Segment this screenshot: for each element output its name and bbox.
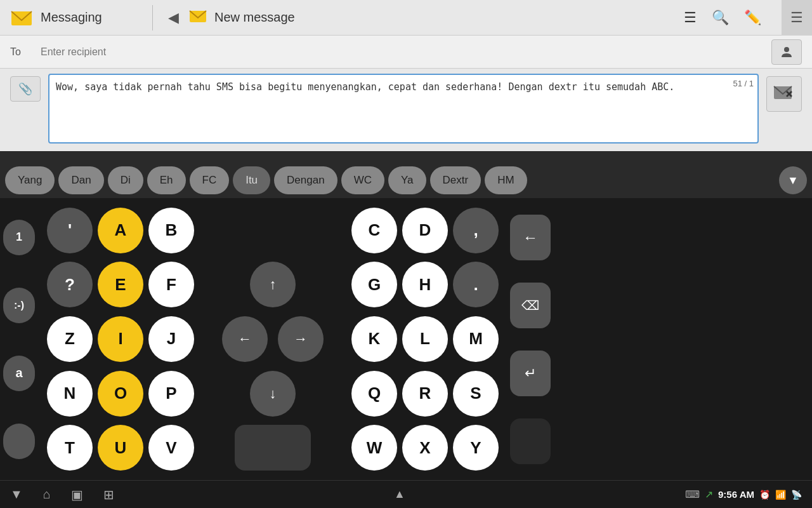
message-row: 📎 51 / 1: [0, 69, 812, 151]
overflow-menu-icon[interactable]: ☰: [684, 10, 697, 26]
key-F[interactable]: F: [148, 262, 194, 307]
right-keys: C D , G H . K L M Q R S: [343, 198, 508, 480]
suggestion-itu[interactable]: Itu: [233, 166, 270, 194]
person-icon: [779, 44, 794, 60]
suggestion-hm[interactable]: HM: [485, 166, 527, 194]
signal-icon: 📡: [791, 490, 802, 500]
recipient-input[interactable]: [36, 44, 771, 60]
key-T[interactable]: T: [47, 425, 93, 471]
key-row-2: ? E F: [41, 262, 200, 307]
up-arrow-center-icon[interactable]: ▲: [394, 488, 405, 501]
key-V[interactable]: V: [148, 425, 194, 471]
right-row-3: K L M: [345, 316, 505, 362]
suggestion-dengan[interactable]: Dengan: [274, 166, 337, 194]
key-row-3: Z I J: [41, 316, 200, 362]
key-M[interactable]: M: [453, 316, 499, 362]
key-comma[interactable]: ,: [453, 208, 499, 253]
left-side-keys: 1 :-) a: [0, 198, 38, 480]
key-smiley[interactable]: :-): [3, 288, 35, 323]
key-blank-left[interactable]: [3, 424, 35, 459]
key-U[interactable]: U: [98, 425, 143, 471]
key-enter[interactable]: ↵: [510, 351, 551, 396]
key-period[interactable]: .: [453, 262, 499, 307]
key-P[interactable]: P: [148, 371, 194, 417]
top-overflow-icon[interactable]: ☰: [790, 10, 803, 26]
key-L[interactable]: L: [402, 316, 448, 362]
key-space[interactable]: [235, 425, 311, 471]
key-Z[interactable]: Z: [47, 316, 93, 362]
suggestion-wc[interactable]: WC: [341, 166, 384, 194]
attach-button[interactable]: 📎: [10, 76, 41, 102]
collapse-suggestions-button[interactable]: ▼: [779, 166, 807, 194]
key-question[interactable]: ?: [47, 262, 93, 307]
key-J[interactable]: J: [148, 316, 194, 362]
contact-picker-button[interactable]: [771, 39, 802, 65]
key-apostrophe[interactable]: ': [47, 208, 93, 253]
top-action-icons: ☰ 🔍 ✏️: [684, 10, 771, 26]
key-1[interactable]: 1: [3, 220, 35, 255]
key-Y[interactable]: Y: [453, 425, 499, 471]
right-row-4: Q R S: [345, 371, 505, 417]
key-left[interactable]: ←: [222, 316, 268, 362]
keyboard: Yang Dan Di Eh FC Itu Dengan WC Ya Dextr…: [0, 163, 812, 480]
char-count: 51 / 1: [733, 79, 754, 88]
suggestion-dextr[interactable]: Dextr: [430, 166, 481, 194]
message-input[interactable]: [48, 74, 759, 144]
new-message-title: New message: [214, 10, 679, 25]
compose-area: To 📎 51 / 1: [0, 36, 812, 151]
svg-point-2: [784, 47, 789, 52]
key-a-switch[interactable]: a: [3, 356, 35, 391]
key-E[interactable]: E: [98, 262, 143, 307]
menu-icon[interactable]: ⊞: [103, 487, 114, 502]
to-row: To: [0, 36, 812, 69]
send-button[interactable]: [766, 76, 802, 112]
back-button[interactable]: ◀: [163, 7, 184, 29]
key-down[interactable]: ↓: [250, 371, 296, 417]
suggestion-ya[interactable]: Ya: [388, 166, 426, 194]
hide-keyboard-icon[interactable]: ▼: [10, 487, 23, 502]
key-K[interactable]: K: [351, 316, 397, 362]
suggestion-yang[interactable]: Yang: [5, 166, 55, 194]
key-S[interactable]: S: [453, 371, 499, 417]
search-icon[interactable]: 🔍: [712, 10, 729, 26]
key-N[interactable]: N: [47, 371, 93, 417]
key-H[interactable]: H: [402, 262, 448, 307]
suggestion-dan[interactable]: Dan: [58, 166, 103, 194]
wifi-arrow-icon: ↗: [705, 488, 713, 500]
center-left-keys: ' A B ? E F Z I J N O P: [38, 198, 203, 480]
suggestion-fc[interactable]: FC: [190, 166, 230, 194]
key-right[interactable]: →: [278, 316, 324, 362]
suggestions-row: Yang Dan Di Eh FC Itu Dengan WC Ya Dextr…: [0, 163, 812, 198]
key-right-blank[interactable]: [510, 418, 551, 464]
key-B[interactable]: B: [148, 208, 194, 253]
app-envelope-icon: [10, 6, 33, 29]
bottom-nav-bar: ▼ ⌂ ▣ ⊞ ▲ ⌨ ↗ 9:56 AM ⏰ 📶 📡: [0, 480, 812, 508]
home-icon[interactable]: ⌂: [43, 487, 51, 502]
key-R[interactable]: R: [402, 371, 448, 417]
keyboard-settings-icon[interactable]: ⌨: [685, 488, 700, 500]
key-I[interactable]: I: [98, 316, 143, 362]
bottom-nav-right: ⌨ ↗ 9:56 AM ⏰ 📶 📡: [685, 488, 802, 500]
key-G[interactable]: G: [351, 262, 397, 307]
app-title-section: Messaging: [0, 6, 152, 29]
key-backspace-arrow[interactable]: ←: [510, 215, 551, 260]
wifi-icon: 📶: [775, 490, 786, 500]
center-row-down: ↓: [203, 371, 343, 417]
key-O[interactable]: O: [98, 371, 143, 417]
key-A[interactable]: A: [98, 208, 143, 253]
suggestion-eh[interactable]: Eh: [147, 166, 186, 194]
key-delete[interactable]: ⌫: [510, 283, 551, 328]
key-X[interactable]: X: [402, 425, 448, 471]
edit-icon[interactable]: ✏️: [744, 10, 761, 26]
new-message-envelope-icon: [189, 8, 209, 28]
key-W[interactable]: W: [351, 425, 397, 471]
center-row-space: [203, 425, 343, 471]
keys-area: 1 :-) a ' A B ? E F Z I J: [0, 198, 812, 480]
key-Q[interactable]: Q: [351, 371, 397, 417]
recent-apps-icon[interactable]: ▣: [71, 487, 83, 502]
key-up[interactable]: ↑: [250, 262, 296, 307]
suggestion-di[interactable]: Di: [108, 166, 143, 194]
key-C[interactable]: C: [351, 208, 397, 253]
key-D[interactable]: D: [402, 208, 448, 253]
alarm-icon: ⏰: [759, 490, 770, 500]
